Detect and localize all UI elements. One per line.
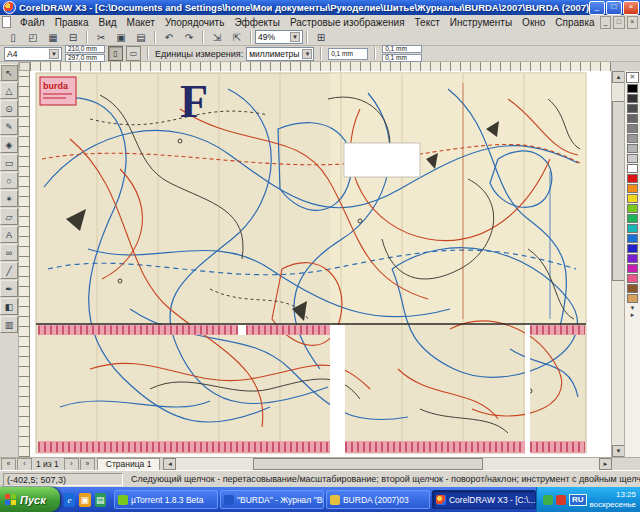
task-burda-folder[interactable]: BURDA (2007)03 [326,490,430,509]
drawing-canvas[interactable]: burda F [30,71,611,457]
units-combo[interactable]: миллиметры ▼ [246,47,314,61]
menu-effects[interactable]: Эффекты [229,17,284,28]
text-tool[interactable]: А [0,226,18,243]
interactive-blend-tool[interactable]: ∞ [0,244,18,261]
first-page-icon[interactable]: « [1,458,16,471]
smart-fill-tool[interactable]: ◈ [0,136,18,153]
paper-height-field[interactable]: 297,0 mm [65,54,105,62]
ruler-origin-corner[interactable] [19,62,30,71]
menu-edit[interactable]: Правка [50,17,94,28]
outline-tool[interactable]: ✒ [0,280,18,297]
palette-scroll-down-icon[interactable]: ▼ [630,305,636,311]
language-indicator[interactable]: RU [569,494,587,506]
duplicate-distance-y-field[interactable]: 0,1 mm [382,54,422,62]
color-swatch[interactable] [627,274,638,283]
redo-icon[interactable]: ↷ [179,29,199,46]
horizontal-scroll-thumb[interactable] [253,458,483,470]
antivirus-tray-icon[interactable] [543,495,553,505]
chevron-down-icon[interactable]: ▼ [302,49,312,59]
paper-size-combo[interactable]: A4 ▼ [4,47,62,61]
menu-arrange[interactable]: Упорядочить [160,17,230,28]
color-swatch[interactable] [627,174,638,183]
ellipse-tool[interactable]: ○ [0,172,18,189]
color-swatch[interactable] [627,284,638,293]
save-icon[interactable]: ▦ [43,29,63,46]
color-swatch[interactable] [627,244,638,253]
basic-shapes-tool[interactable]: ▱ [0,208,18,225]
color-swatch[interactable] [627,104,638,113]
nudge-offset-field[interactable]: 0,1 mm [328,48,368,60]
next-page-icon[interactable]: › [64,458,79,471]
color-swatch[interactable] [627,154,638,163]
color-swatch[interactable] [627,214,638,223]
show-desktop-icon[interactable]: ▤ [95,493,106,507]
menu-layout[interactable]: Макет [122,17,160,28]
zoom-tool[interactable]: ⊙ [0,100,18,117]
minimize-button[interactable]: _ [589,1,605,15]
color-swatch[interactable] [627,164,638,173]
color-swatch[interactable] [627,234,638,243]
pick-tool[interactable]: ↖ [0,64,18,81]
previous-page-icon[interactable]: ‹ [17,458,32,471]
color-swatch[interactable] [627,204,638,213]
menu-text[interactable]: Текст [410,17,445,28]
menu-help[interactable]: Справка [550,17,599,28]
start-button[interactable]: Пуск [0,487,60,512]
folder-quicklaunch-icon[interactable]: ▣ [79,493,90,507]
paste-icon[interactable]: ▤ [131,29,151,46]
maximize-button[interactable]: □ [606,1,622,15]
landscape-orientation-button[interactable]: ▭ [126,46,141,61]
no-color-swatch[interactable]: ✕ [626,72,639,83]
chevron-down-icon[interactable]: ▼ [49,49,59,59]
horizontal-scrollbar[interactable]: ◄ ► [163,458,612,471]
vertical-scrollbar[interactable]: ▲ ▼ [611,71,624,457]
color-swatch[interactable] [627,194,638,203]
menu-tools[interactable]: Инструменты [445,17,517,28]
menu-view[interactable]: Вид [93,17,121,28]
task-burda-document[interactable]: "BURDA" - Журнал "Bur... [220,490,324,509]
cut-icon[interactable]: ✂ [91,29,111,46]
vertical-ruler[interactable] [19,71,30,457]
color-swatch[interactable] [627,84,638,93]
color-swatch[interactable] [627,184,638,193]
color-swatch[interactable] [627,224,638,233]
polygon-tool[interactable]: ✶ [0,190,18,207]
copy-icon[interactable]: ▣ [111,29,131,46]
zoom-level-combo[interactable]: 49% ▼ [255,30,303,44]
color-swatch[interactable] [627,114,638,123]
rectangle-tool[interactable]: ▭ [0,154,18,171]
interactive-fill-tool[interactable]: ▥ [0,316,18,333]
chevron-down-icon[interactable]: ▼ [290,32,300,42]
fill-tool[interactable]: ◧ [0,298,18,315]
color-swatch[interactable] [627,94,638,103]
tray-icon[interactable] [556,495,566,505]
color-swatch[interactable] [627,144,638,153]
color-swatch[interactable] [627,264,638,273]
task-utorrent[interactable]: µTorrent 1.8.3 Beta [114,490,218,509]
color-swatch[interactable] [627,254,638,263]
color-swatch[interactable] [627,124,638,133]
menu-file[interactable]: Файл [15,17,50,28]
shape-tool[interactable]: △ [0,82,18,99]
application-launcher-icon[interactable]: ⊞ [311,29,331,46]
print-icon[interactable]: ⊟ [63,29,83,46]
color-swatch[interactable] [627,294,638,303]
task-coreldraw[interactable]: CorelDRAW X3 - [C:\...] [432,490,536,509]
internet-explorer-icon[interactable]: e [64,493,75,507]
close-button[interactable]: × [623,1,639,15]
new-document-icon[interactable]: ▯ [3,29,23,46]
palette-expand-icon[interactable]: ► [630,312,636,318]
open-icon[interactable]: ◰ [23,29,43,46]
freehand-tool[interactable]: ✎ [0,118,18,135]
doc-restore-button[interactable]: □ [613,16,624,29]
paper-width-field[interactable]: 210,0 mm [65,45,105,53]
taskbar-clock[interactable]: 13:25 воскресенье [590,490,637,508]
color-swatch[interactable] [627,134,638,143]
import-icon[interactable]: ⇲ [207,29,227,46]
menu-window[interactable]: Окно [517,17,550,28]
scroll-left-icon[interactable]: ◄ [163,458,176,470]
duplicate-distance-x-field[interactable]: 0,1 mm [382,45,422,53]
doc-close-button[interactable]: × [627,16,638,29]
pattern-sheet-image[interactable]: burda F [30,71,611,457]
last-page-icon[interactable]: » [80,458,95,471]
